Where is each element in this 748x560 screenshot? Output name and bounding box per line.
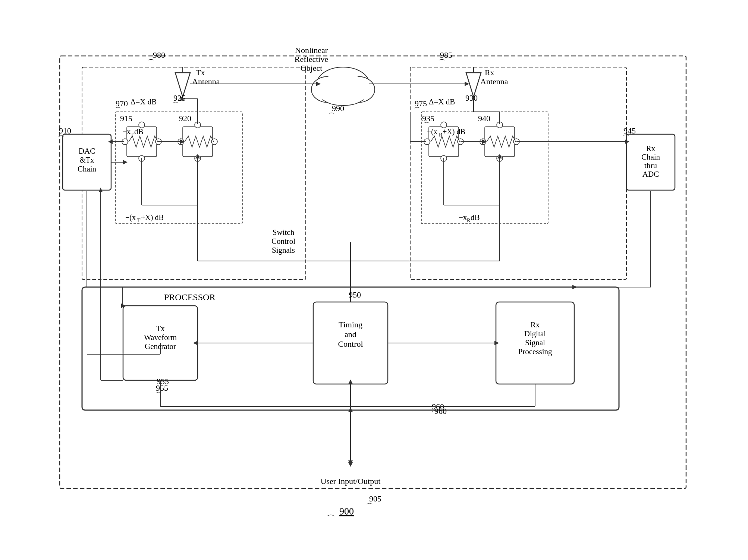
svg-text:R: R — [467, 218, 471, 223]
ref-905: 905 — [369, 494, 381, 503]
svg-marker-145 — [348, 462, 353, 467]
svg-marker-43 — [123, 160, 128, 164]
svg-point-33 — [441, 122, 447, 128]
svg-text:and: and — [345, 330, 356, 339]
timing-control-label: Timing — [339, 320, 362, 329]
svg-text:⌒: ⌒ — [155, 391, 162, 399]
nonlinear-object-label: Nonlinear — [295, 45, 328, 55]
minus-xtplusx-db: −(x — [125, 213, 136, 222]
svg-text:Control: Control — [271, 237, 295, 246]
svg-text:Control: Control — [338, 339, 363, 349]
svg-text:dB: dB — [134, 127, 144, 136]
svg-text:Antenna: Antenna — [480, 77, 508, 86]
ref-950: 950 — [349, 290, 361, 299]
svg-text:&Tx: &Tx — [79, 155, 94, 164]
svg-text:⌒: ⌒ — [172, 101, 179, 109]
tx-waveform-label: Tx — [156, 324, 165, 333]
minus-xrplusx-db: −(x — [427, 128, 437, 136]
svg-text:Generator: Generator — [145, 342, 176, 351]
svg-text:⌒: ⌒ — [328, 112, 335, 120]
svg-text:⌒: ⌒ — [147, 59, 155, 67]
svg-text:⌒: ⌒ — [623, 134, 629, 142]
delta-x-db-rx: Δ=X dB — [429, 97, 455, 106]
svg-text:T: T — [137, 218, 141, 223]
main-svg: 980 ⌒ 985 ⌒ 910 ⌒ 925 ⌒ 930 915 920 935 … — [30, 19, 716, 533]
svg-point-16 — [339, 81, 369, 102]
rx-antenna-label: Rx — [485, 68, 494, 77]
rx-chain-label: Rx — [646, 144, 656, 153]
processor-label: PROCESSOR — [164, 292, 215, 302]
svg-marker-62 — [572, 285, 577, 289]
svg-text:Signal: Signal — [525, 338, 545, 347]
svg-marker-52 — [465, 82, 469, 86]
ref-990: 990 — [332, 104, 344, 113]
svg-text:⌒: ⌒ — [414, 107, 421, 114]
svg-text:R: R — [439, 132, 443, 138]
delta-x-db-tx: Δ=X dB — [131, 97, 157, 106]
minus-xt-db: −x — [122, 127, 131, 136]
ref-920: 920 — [179, 114, 191, 123]
svg-text:Waveform: Waveform — [144, 333, 177, 342]
ref-900: 900 — [339, 506, 354, 517]
svg-text:Antenna: Antenna — [192, 77, 220, 86]
svg-text:dB: dB — [471, 213, 480, 222]
minus-xr-db: −x — [459, 213, 467, 222]
dac-tx-label: DAC — [79, 147, 95, 155]
ref-940: 940 — [478, 114, 490, 123]
svg-text:Chain: Chain — [78, 164, 97, 173]
svg-text:⌒: ⌒ — [431, 410, 438, 418]
svg-text:⌒: ⌒ — [114, 107, 121, 114]
svg-text:thru: thru — [644, 161, 657, 170]
svg-text:⌒: ⌒ — [58, 135, 65, 142]
svg-text:Processing: Processing — [518, 347, 552, 356]
svg-text:ADC: ADC — [642, 170, 659, 179]
svg-text:Reflective: Reflective — [295, 54, 328, 64]
ref-930: 930 — [465, 93, 478, 103]
svg-text:Digital: Digital — [524, 329, 546, 338]
svg-rect-0 — [60, 56, 686, 488]
ref-910: 910 — [59, 126, 71, 135]
svg-text:+X) dB: +X) dB — [141, 213, 164, 222]
switch-control-label: Switch — [273, 228, 295, 237]
svg-text:⌒: ⌒ — [438, 59, 446, 67]
svg-text:T: T — [131, 132, 134, 138]
diagram-container: 980 ⌒ 985 ⌒ 910 ⌒ 925 ⌒ 930 915 920 935 … — [30, 19, 716, 533]
svg-text:Object: Object — [301, 63, 323, 73]
svg-text:⌒: ⌒ — [326, 514, 335, 524]
svg-text:Signals: Signals — [272, 246, 295, 255]
svg-text:+X) dB: +X) dB — [443, 128, 465, 136]
rx-dsp-label: Rx — [531, 320, 540, 329]
svg-text:⌒: ⌒ — [366, 503, 373, 510]
tx-antenna-label: Tx — [196, 68, 205, 77]
user-io-label: User Input/Output — [321, 476, 381, 486]
svg-text:Chain: Chain — [641, 152, 660, 161]
ref-915: 915 — [120, 114, 132, 123]
